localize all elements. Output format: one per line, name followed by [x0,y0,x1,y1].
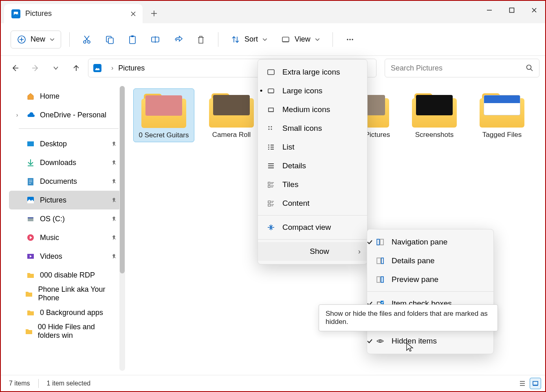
details-view-toggle[interactable] [517,378,528,389]
folder-item[interactable]: Screenshots [404,88,465,142]
paste-button[interactable] [123,31,141,48]
menu-item[interactable]: List [258,138,367,156]
svg-point-30 [271,129,272,130]
sort-button[interactable]: Sort [227,31,272,48]
sidebar-item[interactable]: 00 Hide Files and folders win [9,322,121,341]
view-option-icon [266,68,276,76]
view-button[interactable]: View [277,31,324,48]
chevron-right-icon[interactable]: › [13,112,21,118]
cut-button[interactable] [78,31,96,48]
menu-item[interactable]: Small icons [258,119,367,138]
tooltip-text: Show or hide the files and folders that … [326,310,488,326]
menu-item-show[interactable]: Show› [258,242,367,261]
view-option-icon [266,106,276,113]
share-button[interactable] [169,31,187,48]
svg-point-12 [349,39,350,40]
svg-point-28 [271,126,272,128]
folder-item[interactable]: 0 Secret Guitars [133,88,194,142]
folder-icon [26,177,35,186]
new-button[interactable]: New [11,31,61,48]
view-option-icon [266,181,276,188]
folder-icon [25,327,33,336]
back-button[interactable] [7,59,24,77]
menu-label: Medium icons [282,105,330,114]
sidebar-item[interactable]: Downloads [9,153,121,172]
sidebar-item-label: Videos [40,252,62,261]
maximize-button[interactable] [500,1,523,19]
menu-label: Compact view [282,223,331,232]
sidebar-item-label: Music [40,233,59,242]
sort-label: Sort [244,35,258,44]
submenu-item[interactable]: Hidden items [367,332,493,350]
menu-label: Hidden items [392,337,437,346]
copy-button[interactable] [101,31,119,48]
sidebar-item[interactable]: Pictures [9,191,121,209]
pin-icon[interactable] [111,160,117,165]
copy-icon [105,35,114,44]
submenu-item[interactable]: Navigation pane [367,233,493,251]
submenu-item[interactable]: Details pane [367,251,493,270]
more-button[interactable] [341,31,359,48]
divider [367,291,493,292]
divider [258,239,367,240]
sidebar-item[interactable]: Music [9,228,121,247]
pin-icon[interactable] [111,216,117,222]
pin-icon[interactable] [111,235,117,240]
minimize-button[interactable] [478,1,500,19]
folder-item[interactable]: Tagged Files [471,88,533,142]
menu-label: Preview pane [392,275,438,284]
sidebar-home[interactable]: Home [9,87,121,106]
search-icon[interactable] [526,64,533,72]
chevron-right-icon[interactable]: › [111,64,113,72]
rename-button[interactable] [146,31,164,48]
new-tab-button[interactable] [146,5,162,22]
sidebar-item[interactable]: Documents [9,172,121,191]
close-tab-icon[interactable] [130,10,137,18]
menu-label: Large icons [282,86,322,95]
sidebar-onedrive[interactable]: › OneDrive - Personal [9,106,121,124]
scrollbar-thumb[interactable] [120,86,125,273]
status-count: 7 items [9,380,30,387]
sidebar-item[interactable]: 000 disable RDP [9,266,121,284]
up-button[interactable] [68,59,85,77]
icons-view-toggle[interactable] [530,378,541,389]
menu-item[interactable]: •Large icons [258,81,367,100]
pin-icon[interactable] [111,178,117,184]
pin-icon[interactable] [111,253,117,259]
close-window-button[interactable] [523,1,545,19]
sidebar-item-label: 0 Background apps [40,308,103,317]
tab-pictures[interactable]: Pictures [4,4,143,23]
folder-item[interactable]: Camera Roll [201,88,262,142]
sidebar-item[interactable]: OS (C:) [9,209,121,228]
menu-item[interactable]: Medium icons [258,100,367,119]
submenu-item[interactable]: Preview pane [367,270,493,289]
rename-icon [150,35,160,44]
menu-item[interactable]: Tiles [258,175,367,194]
forward-button[interactable] [27,59,44,77]
pin-icon[interactable] [111,141,117,147]
menu-item[interactable]: Content [258,194,367,213]
delete-button[interactable] [192,31,210,48]
pictures-icon [93,64,101,72]
tab-title: Pictures [25,9,52,18]
sidebar-item[interactable]: Phone Link aka Your Phone [9,284,121,303]
menu-item[interactable]: Details [258,156,367,175]
menu-item-compact[interactable]: Compact view [258,218,367,237]
sidebar-item[interactable]: 0 Background apps [9,303,121,322]
search-box[interactable] [385,59,539,77]
pin-icon[interactable] [111,197,117,203]
sidebar-item[interactable]: Desktop [9,134,121,153]
menu-item[interactable]: Extra large icons [258,63,367,81]
menu-label: Navigation pane [392,238,447,247]
svg-rect-24 [268,70,274,75]
svg-rect-35 [377,239,379,245]
status-selected: 1 item selected [47,380,91,387]
divider [332,32,333,47]
window-controls [478,1,545,19]
search-input[interactable] [391,64,521,73]
divider [19,128,119,129]
sidebar-item[interactable]: Videos [9,247,121,266]
sidebar-item-label: Pictures [40,196,66,205]
recent-button[interactable] [47,59,64,77]
breadcrumb-current[interactable]: Pictures [118,64,145,73]
